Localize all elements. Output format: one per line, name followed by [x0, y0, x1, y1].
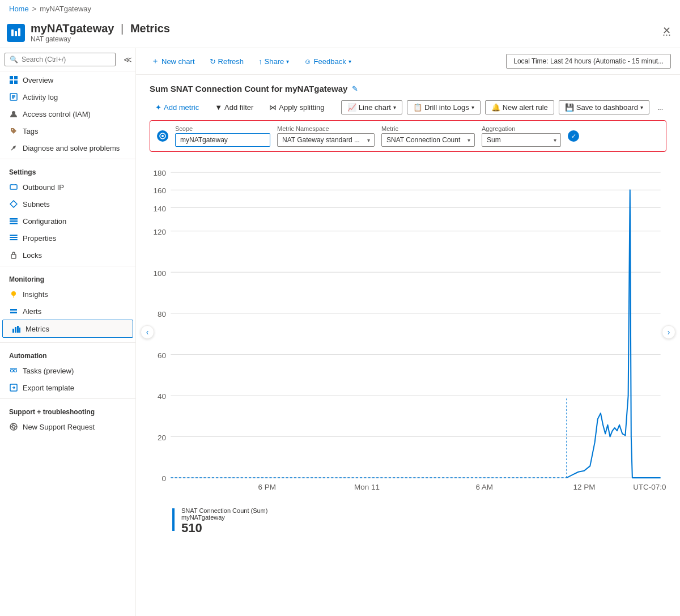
sidebar-item-insights[interactable]: Insights — [0, 286, 135, 303]
metric-toolbar: ✦ Add metric ▼ Add filter ⋈ Apply splitt… — [150, 100, 666, 114]
sidebar-item-outbound-ip[interactable]: Outbound IP — [0, 179, 135, 196]
breadcrumb-home[interactable]: Home — [9, 5, 29, 13]
edit-title-icon[interactable]: ✎ — [352, 84, 358, 93]
scope-icon — [157, 130, 168, 142]
add-filter-button[interactable]: ▼ Add filter — [209, 101, 259, 114]
svg-text:160: 160 — [154, 186, 166, 195]
namespace-select-wrap: NAT Gateway standard ... — [277, 133, 375, 147]
svg-text:80: 80 — [158, 310, 166, 318]
svg-rect-28 — [17, 326, 19, 333]
breadcrumb-sep: > — [32, 5, 37, 13]
svg-rect-26 — [12, 329, 14, 333]
search-icon: 🔍 — [10, 56, 18, 63]
svg-rect-0 — [11, 29, 14, 36]
sidebar-item-tags[interactable]: Tags — [0, 122, 135, 139]
more-actions-button[interactable]: ... — [654, 101, 666, 114]
sidebar-item-export[interactable]: Export template — [0, 379, 135, 396]
sidebar-item-access-control[interactable]: Access control (IAM) — [0, 105, 135, 122]
svg-text:100: 100 — [154, 269, 166, 278]
namespace-field: Metric Namespace NAT Gateway standard ..… — [277, 125, 375, 147]
diagnose-icon — [9, 143, 18, 152]
svg-rect-5 — [10, 80, 13, 84]
sidebar-label-tasks: Tasks (preview) — [23, 367, 74, 375]
settings-section-label: Settings — [0, 162, 135, 179]
page-header: myNATgateway | Metrics NAT gateway ... ✕ — [0, 18, 680, 48]
properties-icon — [9, 233, 18, 243]
sidebar-item-alerts[interactable]: Alerts — [0, 303, 135, 320]
insights-icon — [9, 290, 18, 299]
sidebar-item-tasks[interactable]: Tasks (preview) — [0, 362, 135, 379]
add-filter-icon: ▼ — [215, 103, 222, 112]
search-input[interactable] — [22, 56, 110, 63]
tasks-icon — [9, 366, 18, 375]
svg-rect-27 — [15, 327, 16, 333]
sidebar-item-metrics[interactable]: Metrics — [2, 320, 133, 338]
sidebar-label-export: Export template — [23, 384, 74, 392]
search-wrap: 🔍 — [5, 53, 116, 66]
line-chart-button[interactable]: 📈 Line chart ▾ — [341, 100, 402, 114]
apply-splitting-button[interactable]: ⋈ Apply splitting — [264, 101, 330, 114]
new-alert-button[interactable]: 🔔 New alert rule — [485, 100, 554, 114]
breadcrumb-current: myNATgateway — [40, 5, 91, 13]
sidebar: 🔍 ≪ Overview Activity log Access control — [0, 48, 136, 616]
sidebar-label-overview: Overview — [23, 76, 53, 84]
svg-text:0: 0 — [162, 474, 167, 483]
drill-logs-button[interactable]: 📋 Drill into Logs ▾ — [407, 100, 481, 114]
sidebar-item-locks[interactable]: Locks — [0, 247, 135, 264]
add-metric-icon: ✦ — [155, 103, 162, 112]
feedback-chevron-icon: ▾ — [348, 58, 351, 65]
metric-field: Metric SNAT Connection Count — [381, 125, 475, 147]
svg-text:120: 120 — [154, 228, 166, 236]
add-metric-button[interactable]: ✦ Add metric — [150, 101, 205, 114]
sidebar-item-diagnose[interactable]: Diagnose and solve problems — [0, 139, 135, 156]
refresh-button[interactable]: ↻ Refresh — [203, 54, 250, 69]
chart-legend: SNAT Connection Count (Sum) myNATgateway… — [150, 507, 666, 536]
access-control-icon — [9, 109, 18, 118]
locks-icon — [9, 250, 18, 260]
metric-confirm-icon: ✓ — [568, 130, 579, 142]
svg-text:60: 60 — [158, 351, 166, 360]
aggregation-select[interactable]: Sum — [482, 133, 561, 147]
time-range-button[interactable]: Local Time: Last 24 hours (Automatic - 1… — [506, 54, 671, 69]
support-section-label: Support + troubleshooting — [0, 401, 135, 418]
overview-icon — [9, 75, 18, 84]
svg-rect-20 — [10, 239, 18, 240]
share-button[interactable]: ↑ Share ▾ — [252, 54, 295, 69]
sidebar-item-overview[interactable]: Overview — [0, 71, 135, 88]
svg-rect-16 — [10, 220, 18, 222]
sidebar-label-diagnose: Diagnose and solve problems — [23, 144, 120, 152]
sidebar-item-support-request[interactable]: New Support Request — [0, 418, 135, 435]
sidebar-item-activity-log[interactable]: Activity log — [0, 88, 135, 105]
close-button[interactable]: ✕ — [662, 24, 671, 37]
new-chart-button[interactable]: ＋ New chart — [145, 53, 201, 70]
resource-icon — [7, 24, 25, 42]
sidebar-label-subnets: Subnets — [23, 200, 50, 209]
subnets-icon — [9, 199, 18, 209]
metrics-icon — [12, 324, 21, 333]
sidebar-item-subnets[interactable]: Subnets — [0, 196, 135, 213]
svg-rect-3 — [10, 76, 13, 79]
svg-text:20: 20 — [158, 434, 166, 442]
metric-select[interactable]: SNAT Connection Count — [381, 133, 475, 147]
feedback-button[interactable]: ☺ Feedback ▾ — [298, 54, 357, 69]
scope-input[interactable] — [175, 133, 270, 147]
sidebar-label-alerts: Alerts — [23, 307, 41, 316]
chart-nav-left-button[interactable]: ‹ — [141, 325, 154, 339]
sidebar-label-tags: Tags — [23, 127, 38, 135]
save-dashboard-button[interactable]: 💾 Save to dashboard ▾ — [559, 100, 649, 114]
svg-text:140: 140 — [154, 205, 166, 213]
collapse-sidebar-button[interactable]: ≪ — [120, 53, 135, 66]
svg-point-43 — [162, 135, 164, 137]
monitoring-section-label: Monitoring — [0, 269, 135, 286]
svg-point-30 — [11, 369, 14, 372]
sidebar-item-properties[interactable]: Properties — [0, 230, 135, 247]
scope-field: Scope — [175, 125, 270, 147]
namespace-select[interactable]: NAT Gateway standard ... — [277, 133, 375, 147]
sidebar-item-configuration[interactable]: Configuration — [0, 213, 135, 230]
save-icon: 💾 — [565, 103, 574, 112]
svg-rect-1 — [15, 31, 17, 36]
chart-nav-right-button[interactable]: › — [662, 325, 675, 339]
svg-rect-17 — [10, 223, 18, 224]
svg-text:180: 180 — [154, 169, 166, 177]
configuration-icon — [9, 216, 18, 226]
